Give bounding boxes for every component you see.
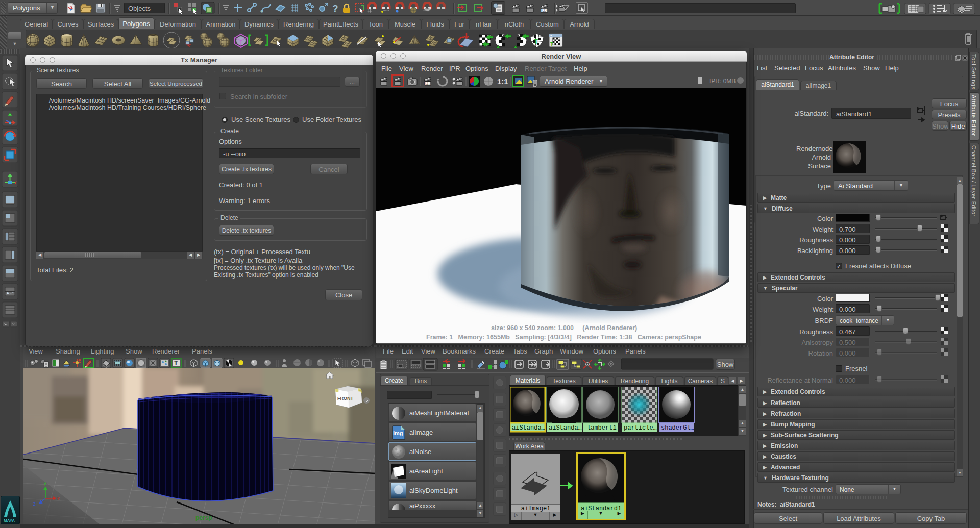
- svg-text:T: T: [550, 42, 553, 47]
- svg-text:persp: persp: [195, 514, 212, 521]
- svg-text:x: x: [57, 496, 60, 501]
- svg-text:1:1: 1:1: [497, 77, 508, 86]
- svg-text:size: 960 x 540 zoom: 1.000: size: 960 x 540 zoom: 1.000 (Arnold Rend…: [491, 324, 637, 332]
- svg-text:IPR: IPR: [541, 9, 547, 12]
- svg-text:aiStanda…: aiStanda…: [549, 424, 582, 432]
- svg-text:shaderGl…: shaderGl…: [661, 424, 694, 432]
- svg-text:?: ?: [332, 3, 338, 14]
- svg-text:lambert1: lambert1: [587, 424, 617, 432]
- svg-text:Frame: 1 Memory: 1655Mb Sa: Frame: 1 Memory: 1655Mb Sampling: [4/3/3…: [426, 334, 701, 341]
- svg-text:MAYA: MAYA: [4, 518, 15, 523]
- svg-text:y: y: [44, 481, 46, 486]
- svg-text:particle…: particle…: [624, 424, 657, 432]
- svg-text:T: T: [534, 37, 538, 45]
- svg-text:T: T: [174, 360, 178, 367]
- svg-text:aiStanda…: aiStanda…: [512, 424, 545, 432]
- svg-text:z: z: [33, 501, 36, 507]
- svg-text:IPR: IPR: [425, 82, 430, 85]
- svg-text:FRONT: FRONT: [337, 396, 353, 401]
- svg-text:img: img: [393, 430, 403, 436]
